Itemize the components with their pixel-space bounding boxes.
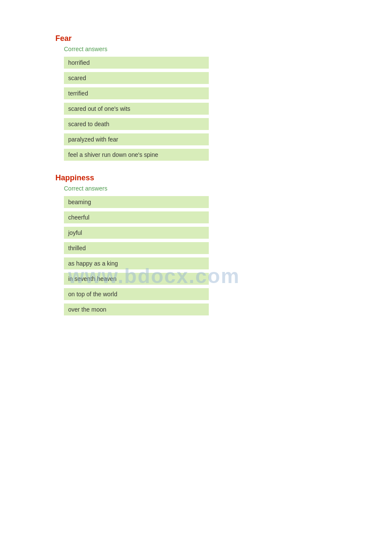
correct-answers-label-fear: Correct answers (64, 46, 392, 52)
answers-list-happiness: beamingcheerfuljoyfulthrilledas happy as… (64, 196, 392, 315)
answer-item: on top of the world (64, 288, 209, 300)
section-happiness: HappinessCorrect answersbeamingcheerfulj… (55, 173, 392, 315)
answer-item: in seventh heaven (64, 273, 209, 285)
answer-item: joyful (64, 227, 209, 239)
section-title-happiness: Happiness (55, 173, 392, 182)
answer-item: scared out of one's wits (64, 103, 209, 115)
section-fear: FearCorrect answershorrifiedscaredterrif… (55, 34, 392, 161)
answer-item: scared (64, 72, 209, 84)
answer-item: feel a shiver run down one's spine (64, 149, 209, 161)
answer-item: paralyzed with fear (64, 133, 209, 145)
correct-answers-label-happiness: Correct answers (64, 185, 392, 192)
section-title-fear: Fear (55, 34, 392, 43)
answer-item: horrified (64, 57, 209, 69)
answer-item: as happy as a king (64, 257, 209, 269)
answer-item: terrified (64, 87, 209, 99)
answer-item: cheerful (64, 211, 209, 223)
answer-item: over the moon (64, 304, 209, 315)
page-content: FearCorrect answershorrifiedscaredterrif… (0, 0, 392, 354)
answer-item: thrilled (64, 242, 209, 254)
answers-list-fear: horrifiedscaredterrifiedscared out of on… (64, 57, 392, 161)
answer-item: beaming (64, 196, 209, 208)
answer-item: scared to death (64, 118, 209, 130)
